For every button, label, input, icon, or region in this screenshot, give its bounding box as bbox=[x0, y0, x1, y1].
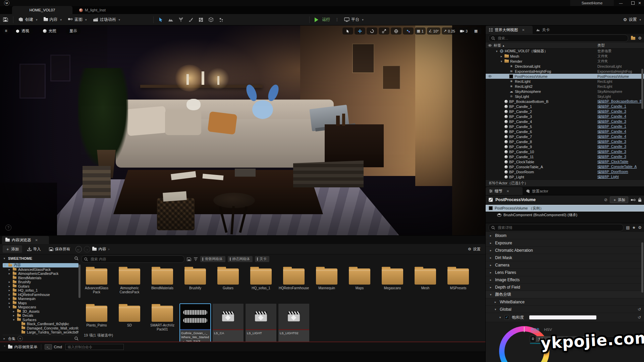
add-component-button[interactable]: ＋ 添加 bbox=[610, 196, 628, 203]
saturation-color-bar[interactable] bbox=[529, 315, 596, 319]
outliner-row[interactable]: ▾Render文件夹 bbox=[486, 59, 644, 64]
category-exposure[interactable]: ▸Exposure bbox=[486, 239, 644, 247]
new-folder-icon[interactable] bbox=[631, 37, 635, 40]
component-row-brushcomponent[interactable]: BrushComponent (BrushComponent0) (继承) bbox=[486, 212, 644, 218]
tab-world-outliner[interactable]: 世界大纲视图✕ bbox=[486, 26, 533, 34]
add-asset-button[interactable]: ＋ 添加 bbox=[3, 245, 22, 253]
filter-icon[interactable] bbox=[194, 257, 198, 261]
type-cell[interactable]: 编辑BP_ClockTable bbox=[597, 160, 644, 164]
category-depth-of-field[interactable]: ▸Depth of Field bbox=[486, 284, 644, 291]
info-circle-icon[interactable]: ⊘ bbox=[604, 197, 607, 202]
rotation-snap-toggle[interactable]: ∠10° bbox=[427, 27, 441, 35]
outliner-row[interactable]: PostProcessVolumePostProcessVolume bbox=[486, 74, 644, 79]
create-button[interactable]: 创建▾ bbox=[15, 14, 41, 25]
blueprint-button[interactable]: 蓝图▾ bbox=[65, 14, 90, 25]
tree-item[interactable]: BlendMaterials bbox=[3, 276, 78, 280]
category-global[interactable]: ▾Global ↺ bbox=[486, 306, 644, 313]
tree-item[interactable]: ▸Mannequin bbox=[3, 297, 78, 301]
tree-item[interactable]: ▸AdvancedGlassPack bbox=[3, 267, 78, 272]
back-button[interactable]: ← bbox=[75, 246, 82, 252]
surface-snap-button[interactable] bbox=[403, 27, 414, 35]
scale-snap-toggle[interactable]: ↗0.25 bbox=[442, 27, 457, 35]
outliner-search[interactable] bbox=[488, 35, 628, 42]
tree-item[interactable]: ▸AtmosphericCandlesPack bbox=[3, 272, 78, 276]
outliner-row[interactable]: BP_BookcaseBottom_B编辑BP_BookcaseBottom_B bbox=[486, 99, 644, 104]
asset-folder[interactable]: HQRetroFarmhouse bbox=[278, 266, 309, 294]
rotate-tool-button[interactable] bbox=[367, 27, 377, 35]
tab-place-actors[interactable]: 放置actor bbox=[523, 187, 552, 195]
console-input[interactable] bbox=[65, 344, 124, 350]
asset-sound[interactable]: Guthrie_Govan_-_Where_We_Started_-_Jam_t… bbox=[180, 304, 211, 346]
save-search-icon[interactable] bbox=[187, 257, 191, 261]
fracture-mode-button[interactable] bbox=[196, 14, 206, 25]
category-color-grading[interactable]: ▾颜色分级 bbox=[486, 291, 644, 298]
asset-folder[interactable]: Mannequin bbox=[311, 266, 342, 294]
filter-chip[interactable]: 骨骼网格体 bbox=[200, 256, 225, 262]
category-camera[interactable]: ▸Camera bbox=[486, 261, 644, 269]
outliner-row[interactable]: BP_Candle_10编辑BP_Candle_3 bbox=[486, 149, 644, 154]
tree-item[interactable]: ▾内容 bbox=[3, 263, 78, 267]
cinematics-button[interactable]: 过场动画▾ bbox=[90, 14, 123, 25]
asset-folder[interactable]: AdvancedGlass Pack bbox=[81, 266, 112, 294]
grid-snap-toggle[interactable]: ▦1 bbox=[415, 27, 426, 35]
asset-folder[interactable]: Maps bbox=[344, 266, 375, 294]
tree-item[interactable]: ▸HQRetroFarmhouse bbox=[3, 293, 78, 297]
platforms-button[interactable]: 平台▾ bbox=[341, 14, 367, 25]
minimize-button[interactable]: — bbox=[616, 0, 626, 6]
add-collection-icon[interactable]: ＋ bbox=[17, 336, 23, 341]
asset-folder[interactable]: BlendMaterials bbox=[147, 266, 178, 294]
tab-home-vol07[interactable]: HOME_VOL07 bbox=[12, 6, 72, 14]
world-space-button[interactable] bbox=[391, 27, 401, 35]
tab-m-light-inst[interactable]: M_light_Inst bbox=[72, 6, 112, 14]
category-white-balance[interactable]: ▸WhiteBalance bbox=[486, 298, 644, 306]
search-icon[interactable] bbox=[74, 337, 78, 341]
type-cell[interactable]: 编辑BP_Candle_1 bbox=[597, 124, 644, 129]
maximize-viewport-button[interactable]: ▦ bbox=[471, 27, 481, 35]
viewport-menu-button[interactable]: ≡ bbox=[2, 27, 10, 35]
viewport[interactable]: ≡ 透视 光照 显示 ▦1 ∠10° ↗0.25 3 ▦ ? bbox=[0, 25, 485, 235]
tree-item[interactable]: Large_Tundra_Terrain_wcekcbdfw bbox=[3, 330, 78, 335]
outliner-row[interactable]: BP_Candle_3编辑BP_Candle_4 bbox=[486, 114, 644, 119]
asset-folder[interactable]: SD bbox=[114, 304, 145, 346]
outliner-row[interactable]: BP_Candle_2编辑BP_Candle_3 bbox=[486, 109, 644, 114]
lit-mode-button[interactable]: 光照 bbox=[39, 27, 60, 35]
lock-icon[interactable] bbox=[638, 198, 642, 202]
close-tab-icon[interactable]: ✕ bbox=[506, 189, 509, 193]
tab-content-browser[interactable]: 内容浏览器✕ bbox=[2, 236, 49, 244]
asset-folder[interactable]: HQ_sofas_1 bbox=[246, 266, 276, 294]
outliner-row[interactable]: ✳RectLight2RectLight bbox=[486, 84, 644, 89]
outliner-row[interactable]: BP_Light编辑BP_Light bbox=[486, 174, 644, 179]
asset-level-sequence[interactable]: LS_LIGHT02 bbox=[278, 304, 309, 346]
tree-item[interactable]: ▸Decals bbox=[3, 313, 78, 318]
content-button[interactable]: 内容▾ bbox=[41, 14, 65, 25]
category-dirt-mask[interactable]: ▸Dirt Mask bbox=[486, 254, 644, 261]
type-cell[interactable]: 编辑BP_Candle_1 bbox=[597, 104, 644, 109]
outliner-row[interactable]: ☀DirectionalLightDirectionalLight bbox=[486, 64, 644, 69]
asset-folder[interactable]: Guitars bbox=[213, 266, 244, 294]
outliner-settings-icon[interactable]: ⚙ bbox=[638, 36, 642, 41]
asset-folder[interactable]: SMART-ArchViz Pack01 bbox=[147, 304, 178, 346]
asset-folder[interactable]: Plants_Palms bbox=[81, 304, 112, 346]
outliner-row[interactable]: BP_Candle_11编辑BP_Candle_3 bbox=[486, 154, 644, 159]
component-row-postprocessvolume[interactable]: PostProcessVolume （实例） bbox=[486, 205, 644, 212]
asset-search[interactable] bbox=[81, 255, 184, 263]
perspective-button[interactable]: 透视 bbox=[12, 27, 33, 35]
outliner-row[interactable]: ☁SkyAtmosphereSkyAtmosphere bbox=[486, 89, 644, 94]
type-cell[interactable]: 编辑BP_BookcaseBottom_B bbox=[597, 99, 644, 104]
details-scrollbar[interactable] bbox=[641, 242, 643, 293]
tree-item[interactable]: ▾Surfaces bbox=[3, 318, 78, 322]
tree-item[interactable]: ▸Guitars bbox=[3, 284, 78, 289]
outliner-row[interactable]: ☼SkyLightSkyLight bbox=[486, 94, 644, 99]
save-button[interactable] bbox=[0, 14, 11, 25]
import-button[interactable]: 导入 bbox=[24, 245, 44, 253]
close-tab-icon[interactable]: ✕ bbox=[35, 238, 38, 242]
outliner-row[interactable]: BP_Candle_7编辑BP_Candle_4 bbox=[486, 134, 644, 139]
outliner-row[interactable]: BP_Candle_5编辑BP_Candle_1 bbox=[486, 124, 644, 129]
type-cell[interactable]: 编辑BP_Light bbox=[597, 175, 644, 179]
collections-row[interactable]: ▸ 合集 ＋ bbox=[3, 335, 78, 342]
play-button[interactable]: 运行 bbox=[312, 14, 333, 25]
cmd-button[interactable]: >_ Cmd bbox=[45, 344, 62, 350]
reset-icon[interactable]: ↺ bbox=[638, 315, 641, 320]
category-image-effects[interactable]: ▸Image Effects bbox=[486, 276, 644, 284]
tab-levels[interactable]: 关卡 bbox=[533, 26, 553, 34]
